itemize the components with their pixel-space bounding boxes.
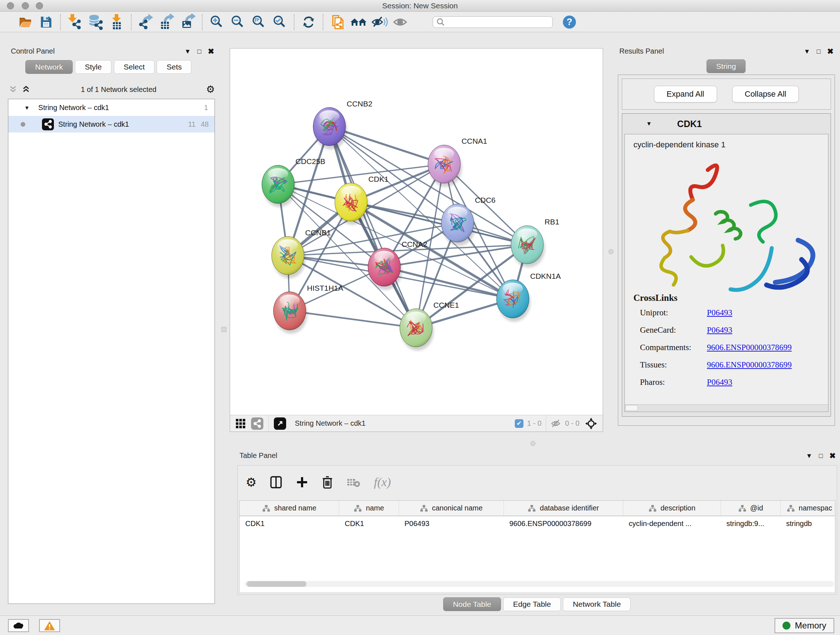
float-panel-icon[interactable]: □ bbox=[817, 48, 821, 55]
grid-view-icon[interactable] bbox=[235, 418, 246, 429]
vertical-splitter-handle[interactable] bbox=[608, 249, 614, 254]
graph-node-CDKN1A[interactable]: CDKN1A bbox=[497, 272, 561, 322]
save-session-button[interactable] bbox=[35, 13, 57, 31]
panel-menu-icon[interactable]: ▼ bbox=[185, 48, 191, 55]
column-header-shared-name[interactable]: shared name bbox=[240, 501, 339, 516]
column-header-canonical-name[interactable]: canonical name bbox=[399, 501, 504, 516]
tab-string[interactable]: String bbox=[706, 59, 746, 73]
network-view[interactable]: CCNB2CCNA1CDC25BCDK1CDC6RB1CCNB1CCNA2CDK… bbox=[230, 48, 603, 432]
tab-network[interactable]: Network bbox=[25, 60, 73, 74]
horizontal-splitter-handle[interactable] bbox=[531, 441, 535, 446]
tab-edge-table[interactable]: Edge Table bbox=[503, 597, 561, 611]
table-cell[interactable]: P06493 bbox=[399, 516, 504, 531]
tab-style[interactable]: Style bbox=[75, 60, 111, 74]
column-header-namespac[interactable]: namespac bbox=[780, 501, 835, 516]
show-eye-button[interactable] bbox=[390, 13, 411, 31]
open-session-button[interactable] bbox=[14, 13, 35, 31]
zoom-in-button[interactable] bbox=[206, 13, 227, 31]
close-panel-icon[interactable]: ✖ bbox=[827, 47, 834, 56]
table-cell[interactable]: stringdb bbox=[780, 516, 835, 531]
table-cell[interactable]: CDK1 bbox=[240, 516, 339, 531]
column-header-description[interactable]: description bbox=[623, 501, 721, 516]
panel-menu-icon[interactable]: ▼ bbox=[806, 452, 813, 460]
collapse-all-button[interactable]: Collapse All bbox=[732, 86, 799, 103]
memory-button[interactable]: Memory bbox=[775, 618, 834, 633]
column-header--id[interactable]: @id bbox=[721, 501, 780, 516]
zoom-fit-button[interactable] bbox=[248, 13, 269, 31]
graph-node-CCNE1[interactable]: CCNE1 bbox=[400, 301, 459, 351]
import-network-database-button[interactable] bbox=[85, 13, 106, 31]
selected-checkbox-icon[interactable]: ✔ bbox=[515, 419, 523, 428]
results-scrollbar[interactable] bbox=[625, 404, 828, 412]
search-box[interactable] bbox=[433, 16, 553, 28]
crosslink-link[interactable]: P06493 bbox=[707, 308, 732, 318]
delete-column-icon[interactable] bbox=[321, 475, 334, 489]
close-panel-icon[interactable]: ✖ bbox=[829, 451, 836, 460]
network-collection-row[interactable]: ▼ String Network – cdk1 1 bbox=[8, 99, 215, 116]
table-cell[interactable]: CDK1 bbox=[339, 516, 399, 531]
crosslink-link[interactable]: 9606.ENSP00000378699 bbox=[707, 360, 792, 370]
table-hscrollbar[interactable] bbox=[245, 581, 834, 587]
tab-network-table[interactable]: Network Table bbox=[563, 597, 630, 611]
refresh-button[interactable] bbox=[298, 13, 319, 31]
node-table[interactable]: shared namenamecanonical namedatabase id… bbox=[239, 500, 835, 593]
table-cell[interactable]: 9606.ENSP00000378699 bbox=[504, 516, 623, 531]
detach-view-icon[interactable] bbox=[274, 417, 286, 430]
graph-edge-HIST1H1A-CCNE1[interactable] bbox=[290, 311, 416, 328]
graph-edge-CCNB2-CCNE1[interactable] bbox=[329, 127, 416, 328]
graph-node-CCNA1[interactable]: CCNA1 bbox=[428, 137, 487, 187]
disclosure-triangle-icon[interactable]: ▼ bbox=[24, 105, 30, 111]
graph-node-RB1[interactable]: RB1 bbox=[511, 218, 559, 268]
column-header-name[interactable]: name bbox=[339, 501, 399, 516]
fit-content-crosshair-icon[interactable] bbox=[584, 417, 598, 430]
table-row[interactable]: CDK1CDK1P064939606.ENSP00000378699cyclin… bbox=[240, 516, 835, 531]
float-panel-icon[interactable]: □ bbox=[819, 452, 823, 460]
import-table-button[interactable] bbox=[106, 13, 127, 31]
table-hscrollbar-thumb[interactable] bbox=[247, 581, 306, 587]
cloud-status-button[interactable] bbox=[8, 619, 29, 632]
string-import-button[interactable] bbox=[327, 13, 348, 31]
tab-sets[interactable]: Sets bbox=[156, 60, 191, 74]
function-builder-icon[interactable]: f(x) bbox=[374, 475, 391, 489]
export-table-button[interactable] bbox=[156, 13, 177, 31]
network-row[interactable]: String Network – cdk1 11 48 bbox=[8, 116, 215, 133]
import-network-file-button[interactable] bbox=[65, 13, 85, 31]
hide-unhide-button[interactable] bbox=[369, 13, 390, 31]
section-disclosure-icon[interactable]: ▼ bbox=[646, 120, 652, 127]
zoom-selected-button[interactable] bbox=[269, 13, 290, 31]
crosslink-link[interactable]: P06493 bbox=[707, 378, 732, 387]
zoom-out-button[interactable] bbox=[227, 13, 248, 31]
collapse-all-chevron-icon[interactable] bbox=[8, 85, 18, 94]
expand-all-chevron-icon[interactable] bbox=[21, 85, 31, 94]
table-cell[interactable]: stringdb:9... bbox=[721, 516, 780, 531]
panel-menu-icon[interactable]: ▼ bbox=[804, 48, 810, 55]
column-header-database-identifier[interactable]: database identifier bbox=[504, 501, 623, 516]
graph-node-HIST1H1A[interactable]: HIST1H1A bbox=[273, 284, 343, 334]
float-panel-icon[interactable]: □ bbox=[197, 48, 202, 55]
tab-select[interactable]: Select bbox=[114, 60, 155, 74]
expand-all-button[interactable]: Expand All bbox=[654, 86, 717, 103]
export-network-button[interactable] bbox=[135, 13, 156, 31]
graph-node-CDK1[interactable]: CDK1 bbox=[335, 175, 388, 225]
table-cell[interactable]: cyclin-dependent ... bbox=[623, 516, 721, 531]
delete-table-icon[interactable] bbox=[346, 476, 362, 488]
graph-node-CCNB2[interactable]: CCNB2 bbox=[313, 100, 373, 149]
search-input[interactable] bbox=[447, 18, 553, 26]
home-network-button[interactable] bbox=[348, 13, 369, 31]
network-canvas[interactable]: CCNB2CCNA1CDC25BCDK1CDC6RB1CCNB1CCNA2CDK… bbox=[230, 49, 603, 415]
hidden-eye-slash-icon bbox=[551, 419, 561, 428]
crosslink-link[interactable]: P06493 bbox=[707, 325, 732, 335]
export-image-button[interactable] bbox=[177, 13, 198, 31]
close-panel-icon[interactable]: ✖ bbox=[208, 47, 214, 56]
table-settings-gear-icon[interactable]: ⚙ bbox=[246, 475, 256, 489]
show-columns-icon[interactable] bbox=[269, 475, 283, 489]
help-button[interactable]: ? bbox=[563, 16, 576, 29]
graph-node-CDC25B[interactable]: CDC25B bbox=[262, 157, 325, 207]
network-options-gear-icon[interactable]: ⚙ bbox=[206, 84, 215, 95]
tab-node-table[interactable]: Node Table bbox=[443, 597, 501, 611]
warnings-button[interactable] bbox=[39, 619, 60, 632]
network-share-toggle-icon[interactable] bbox=[251, 417, 264, 430]
crosslink-link[interactable]: 9606.ENSP00000378699 bbox=[707, 343, 792, 352]
left-splitter-handle[interactable] bbox=[221, 327, 226, 332]
add-column-icon[interactable] bbox=[295, 476, 309, 489]
